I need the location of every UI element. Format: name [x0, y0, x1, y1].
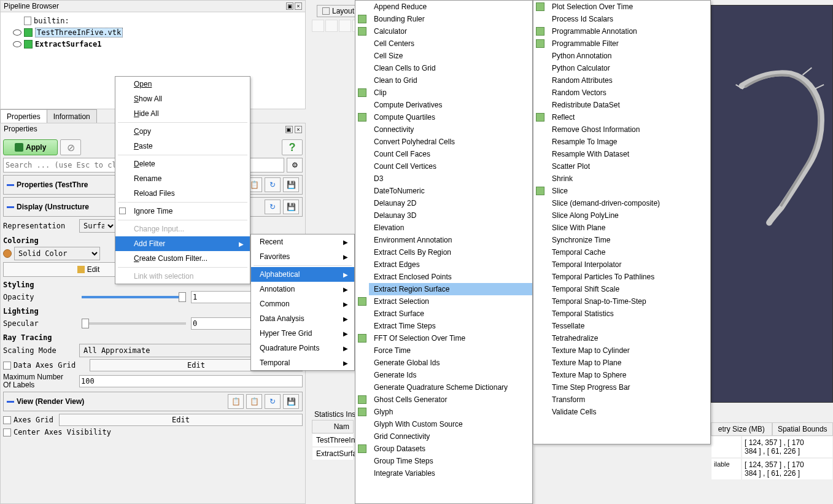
- filter-compute-derivatives[interactable]: Compute Derivatives: [369, 99, 532, 111]
- close-icon[interactable]: ×: [295, 126, 302, 133]
- max-labels-input[interactable]: [79, 375, 303, 387]
- filter-category-recent[interactable]: Recent▶: [251, 235, 354, 249]
- filter-glyph-with-custom-source[interactable]: Glyph With Custom Source: [369, 418, 532, 430]
- pipeline-item-filter[interactable]: ExtractSurface1: [13, 39, 293, 50]
- filter-plot-selection-over-time[interactable]: Plot Selection Over Time: [547, 1, 710, 13]
- filter-random-attributes[interactable]: Random Attributes: [547, 74, 710, 87]
- ctx-item-paste[interactable]: Paste: [115, 139, 250, 153]
- close-icon[interactable]: ×: [295, 2, 302, 10]
- filter-temporal-statistics[interactable]: Temporal Statistics: [547, 308, 710, 320]
- filter-extract-enclosed-points[interactable]: Extract Enclosed Points: [369, 271, 532, 283]
- reload-button[interactable]: ↻: [265, 394, 281, 409]
- stats-row-name[interactable]: TestThreeIn: [312, 433, 354, 447]
- filter-delaunay-2d[interactable]: Delaunay 2D: [369, 197, 532, 209]
- center-axes-checkbox[interactable]: [3, 428, 11, 436]
- filter-extract-cells-by-region[interactable]: Extract Cells By Region: [369, 246, 532, 258]
- filter-category-common[interactable]: Common▶: [251, 297, 354, 311]
- save-button[interactable]: 💾: [283, 200, 299, 214]
- edit-axes-button[interactable]: Edit: [59, 414, 303, 426]
- eye-icon[interactable]: [13, 29, 21, 36]
- filter-cell-size[interactable]: Cell Size: [369, 50, 532, 62]
- render-view[interactable]: [711, 5, 833, 403]
- ctx-item-create-custom-filter-[interactable]: Create Custom Filter...: [115, 251, 250, 266]
- filter-category-data-analysis[interactable]: Data Analysis▶: [251, 311, 354, 326]
- filter-process-id-scalars[interactable]: Process Id Scalars: [547, 13, 710, 25]
- filter-append-reduce[interactable]: Append Reduce: [369, 1, 532, 13]
- ctx-item-rename[interactable]: Rename: [115, 171, 250, 186]
- filter-glyph[interactable]: Glyph: [369, 406, 532, 418]
- filter-shrink[interactable]: Shrink: [547, 173, 710, 185]
- filter-temporal-cache[interactable]: Temporal Cache: [547, 246, 710, 258]
- filter-random-vectors[interactable]: Random Vectors: [547, 87, 710, 99]
- advanced-toggle-button[interactable]: ⚙: [287, 158, 303, 173]
- filter-convert-polyhedral-cells[interactable]: Convert Polyhedral Cells: [369, 136, 532, 148]
- ctx-item-delete[interactable]: Delete: [115, 157, 250, 171]
- filter-slice-along-polyline[interactable]: Slice Along PolyLine: [547, 209, 710, 222]
- filter-python-annotation[interactable]: Python Annotation: [547, 50, 710, 62]
- filter-temporal-interpolator[interactable]: Temporal Interpolator: [547, 258, 710, 271]
- filter-texture-map-to-sphere[interactable]: Texture Map to Sphere: [547, 369, 710, 381]
- paste-button[interactable]: 📋: [246, 394, 262, 409]
- save-button[interactable]: 💾: [283, 177, 299, 192]
- reset-button[interactable]: ⊘: [60, 139, 81, 155]
- filter-compute-quartiles[interactable]: Compute Quartiles: [369, 111, 532, 123]
- save-button[interactable]: 💾: [283, 394, 299, 409]
- filter-remove-ghost-information[interactable]: Remove Ghost Information: [547, 123, 710, 136]
- filter-ghost-cells-generator[interactable]: Ghost Cells Generator: [369, 394, 532, 406]
- filter-slice-with-plane[interactable]: Slice With Plane: [547, 222, 710, 234]
- filter-python-calculator[interactable]: Python Calculator: [547, 62, 710, 74]
- pipeline-item-builtin[interactable]: builtin:: [13, 15, 293, 26]
- filter-generate-global-ids[interactable]: Generate Global Ids: [369, 357, 532, 369]
- filter-category-annotation[interactable]: Annotation▶: [251, 282, 354, 297]
- filter-group-datasets[interactable]: Group Datasets: [369, 443, 532, 455]
- filter-category-quadrature-points[interactable]: Quadrature Points▶: [251, 341, 354, 355]
- filter-generate-ids[interactable]: Generate Ids: [369, 369, 532, 381]
- filter-integrate-variables[interactable]: Integrate Variables: [369, 467, 532, 479]
- ctx-item-open[interactable]: Open: [115, 77, 250, 91]
- filter-category-temporal[interactable]: Temporal▶: [251, 355, 354, 370]
- pipeline-item-source[interactable]: TestThreeInFive.vtk: [13, 26, 293, 39]
- color-select[interactable]: Solid Color: [14, 247, 100, 260]
- filter-datetonumeric[interactable]: DateToNumeric: [369, 185, 532, 197]
- filter-fft-of-selection-over-time[interactable]: FFT Of Selection Over Time: [369, 332, 532, 344]
- tab-properties[interactable]: Properties: [0, 109, 47, 124]
- filter-extract-surface[interactable]: Extract Surface: [369, 308, 532, 320]
- toolbar-btn[interactable]: [339, 20, 351, 32]
- ctx-item-show-all[interactable]: Show All: [115, 91, 250, 106]
- filter-transform[interactable]: Transform: [547, 394, 710, 406]
- ctx-item-reload-files[interactable]: Reload Files: [115, 186, 250, 201]
- opacity-slider[interactable]: [82, 296, 186, 298]
- filter-programmable-annotation[interactable]: Programmable Annotation: [547, 25, 710, 37]
- filter-extract-region-surface[interactable]: Extract Region Surface: [369, 283, 532, 295]
- eye-icon[interactable]: [13, 41, 21, 47]
- help-button[interactable]: ?: [282, 139, 303, 155]
- filter-connectivity[interactable]: Connectivity: [369, 123, 532, 136]
- copy-button[interactable]: 📋: [228, 394, 244, 409]
- reload-button[interactable]: ↻: [265, 177, 281, 192]
- filter-elevation[interactable]: Elevation: [369, 222, 532, 234]
- filter-tessellate[interactable]: Tessellate: [547, 320, 710, 332]
- filter-clip[interactable]: Clip: [369, 87, 532, 99]
- filter-group-time-steps[interactable]: Group Time Steps: [369, 455, 532, 467]
- filter-slice-demand-driven-composite-[interactable]: Slice (demand-driven-composite): [547, 197, 710, 209]
- filter-environment-annotation[interactable]: Environment Annotation: [369, 234, 532, 246]
- filter-category-hyper-tree-grid[interactable]: Hyper Tree Grid▶: [251, 326, 354, 341]
- filter-temporal-snap-to-time-step[interactable]: Temporal Snap-to-Time-Step: [547, 295, 710, 308]
- layout-tab[interactable]: Layout: [317, 5, 360, 17]
- filter-extract-edges[interactable]: Extract Edges: [369, 258, 532, 271]
- filter-validate-cells[interactable]: Validate Cells: [547, 406, 710, 418]
- filter-temporal-shift-scale[interactable]: Temporal Shift Scale: [547, 283, 710, 295]
- filter-d3[interactable]: D3: [369, 173, 532, 185]
- reload-button[interactable]: ↻: [265, 200, 281, 214]
- filter-generate-quadrature-scheme-dictionary[interactable]: Generate Quadrature Scheme Dictionary: [369, 381, 532, 394]
- filter-category-favorites[interactable]: Favorites▶: [251, 249, 354, 264]
- specular-slider[interactable]: [82, 322, 186, 325]
- axes-grid-checkbox[interactable]: [3, 416, 11, 424]
- filter-count-cell-faces[interactable]: Count Cell Faces: [369, 148, 532, 160]
- filter-resample-with-dataset[interactable]: Resample With Dataset: [547, 148, 710, 160]
- ctx-item-add-filter[interactable]: Add Filter▶: [115, 236, 250, 251]
- restore-icon[interactable]: ▣: [285, 126, 293, 133]
- data-axes-grid-checkbox[interactable]: [3, 362, 11, 370]
- filter-slice[interactable]: Slice: [547, 185, 710, 197]
- filter-calculator[interactable]: Calculator: [369, 25, 532, 37]
